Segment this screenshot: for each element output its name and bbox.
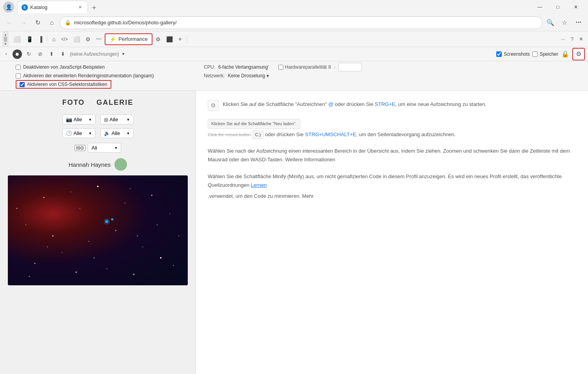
svg-point-24: [75, 271, 77, 273]
css-stats-checkbox[interactable]: [20, 82, 25, 87]
svg-point-6: [25, 224, 26, 225]
hw-input[interactable]: [338, 63, 362, 71]
home-button[interactable]: ⌂: [45, 16, 58, 29]
memory-label: Speicher: [540, 51, 558, 57]
device-icon: 📱: [26, 36, 33, 42]
cpu-value: 6-fache Verlangsamung': [218, 64, 269, 70]
window-controls: — □ ✕: [531, 1, 585, 13]
screencast-icon: ⬜: [13, 36, 21, 43]
sources-tab-button[interactable]: ⚙: [83, 33, 93, 45]
options-row-2: Aktivieren der erweiterten Renderinginst…: [16, 72, 585, 79]
hint-minify: Wählen Sie die Schaltfläche Minify (Mini…: [208, 172, 576, 190]
cpu-settings-row: CPU: 6-fache Verlangsamung' Hardwarepara…: [204, 63, 585, 71]
favorites-button[interactable]: ☆: [558, 16, 571, 29]
foto-label: FOTO: [62, 99, 85, 107]
more-tools-button[interactable]: ···: [559, 33, 568, 45]
elements-icon: </>: [61, 36, 68, 42]
help-button[interactable]: ?: [568, 33, 576, 45]
refresh-button[interactable]: ↻: [31, 16, 44, 29]
time-filter[interactable]: 🕐 Alle ▼: [62, 128, 96, 138]
more-button[interactable]: ···: [572, 16, 585, 29]
svg-point-4: [151, 195, 152, 196]
performance-settings-button[interactable]: ⚙: [572, 48, 585, 60]
home-tab-button[interactable]: ⌂: [50, 33, 58, 45]
avatar[interactable]: 👤: [3, 2, 14, 13]
address-bar[interactable]: 🔒 microsoftedge.github.io/Demos/photo-ga…: [60, 16, 543, 29]
new-tab-button[interactable]: +: [89, 2, 100, 13]
download-profile-button[interactable]: ⬇: [58, 49, 67, 59]
memory-checkbox-label[interactable]: Speicher: [532, 51, 558, 57]
sidebar-toggle-button[interactable]: ▐: [36, 33, 45, 45]
audio-filter-label: Alle: [112, 130, 120, 136]
svg-point-26: [29, 276, 30, 277]
performance-tab-button[interactable]: ⚡ Performance: [105, 33, 152, 45]
active-tab[interactable]: E Katalog ✕: [17, 1, 88, 13]
forward-button[interactable]: →: [17, 16, 30, 29]
upload-profile-button[interactable]: ⬆: [47, 49, 56, 59]
devtools-close-button[interactable]: ✕: [577, 33, 586, 45]
title-bar: 👤 E Katalog ✕ + — □ ✕: [0, 0, 588, 14]
svg-point-13: [34, 263, 35, 264]
memory-checkbox[interactable]: [532, 51, 538, 57]
svg-point-27: [173, 265, 174, 266]
drawer-button[interactable]: ⬛: [164, 33, 175, 45]
hw-checkbox-label: Hardwareparallelität 8: [278, 64, 331, 70]
filter-row-1: 📷 Alle ▼ ◎ Alle ▼: [8, 115, 188, 124]
rendering-checkbox[interactable]: [16, 73, 21, 78]
performance-icon: ⚡: [109, 36, 116, 42]
js-examples-label: Deaktivieren von JavaScript-Beispielen: [23, 64, 105, 70]
time-filter-label: Alle: [74, 130, 82, 136]
add-icon: +: [178, 36, 182, 43]
close-button[interactable]: ✕: [567, 1, 585, 13]
hint-2-text: oder drücken Sie STRG+UMSCHALT+E, um den…: [265, 130, 456, 139]
home-tab-icon: ⌂: [52, 36, 56, 42]
hint-reload: Klicken Sie auf die Schaltfläche "Neu la…: [208, 119, 576, 139]
reload-record-button[interactable]: ↻: [24, 49, 33, 59]
lock-profile-button[interactable]: 🔒: [561, 49, 570, 59]
svg-point-17: [111, 218, 113, 221]
svg-point-0: [43, 197, 44, 198]
add-panel-button[interactable]: +: [176, 33, 184, 45]
clock-icon: 🕐: [66, 130, 72, 136]
network-tab-button[interactable]: 〰: [94, 33, 104, 45]
devtools-settings-button[interactable]: ⚙: [153, 33, 163, 45]
iso-value: Ali: [91, 145, 97, 151]
camera-arrow-icon: ▼: [89, 118, 92, 122]
hw-value: 8: [328, 64, 331, 70]
back-button[interactable]: ←: [3, 16, 16, 29]
svg-point-21: [178, 235, 179, 236]
iso-filter[interactable]: Ali ▼: [88, 143, 121, 153]
audio-filter[interactable]: 🔈 Alle ▼: [100, 128, 134, 138]
minimize-button[interactable]: —: [531, 1, 549, 13]
js-examples-checkbox[interactable]: [16, 65, 21, 70]
hardware-parallelism-checkbox[interactable]: [278, 65, 283, 70]
iso-arrow-icon: ▼: [114, 146, 118, 150]
devtools-panel: ⊙ Klicken Sie auf die Schaltfläche "Aufz…: [196, 91, 588, 374]
scroll-down-arrow: ▼: [4, 42, 7, 46]
record-button[interactable]: ⏺: [13, 49, 22, 59]
hint-minimize: ,verwendet, um den Code zu minimieren. M…: [208, 192, 576, 201]
tab-close-button[interactable]: ✕: [76, 4, 83, 11]
tab-strip: E Katalog ✕ +: [17, 1, 528, 13]
iso-label: ISO: [74, 145, 86, 151]
website-panel: FOTO GALERIE 📷 Alle ▼ ◎ Alle ▼ 🕐: [0, 91, 196, 374]
scroll-up-arrow: ▲: [4, 33, 7, 36]
aperture-filter[interactable]: ◎ Alle ▼: [100, 115, 134, 124]
svg-point-25: [130, 188, 131, 189]
screencast-button[interactable]: ⬜: [11, 33, 23, 45]
svg-point-1: [71, 192, 71, 192]
camera-icon: 📷: [66, 117, 72, 122]
console-tab-button[interactable]: ⬜: [71, 33, 82, 45]
maximize-button[interactable]: □: [549, 1, 567, 13]
camera-filter[interactable]: 📷 Alle ▼: [62, 115, 96, 124]
clear-recordings-button[interactable]: ⊘: [36, 49, 45, 59]
device-emulation-button[interactable]: 📱: [24, 33, 35, 45]
svg-point-29: [103, 219, 110, 225]
hint-3-text: Wählen Sie nach der Aufzeichnung einen i…: [208, 148, 570, 162]
svg-point-15: [133, 274, 134, 275]
search-button[interactable]: 🔍: [544, 16, 557, 29]
screenshots-checkbox[interactable]: [496, 51, 502, 57]
elements-tab-button[interactable]: </>: [59, 33, 70, 45]
screenshots-checkbox-label[interactable]: Screenshots: [496, 51, 530, 57]
learn-link[interactable]: Lernen: [251, 182, 267, 188]
